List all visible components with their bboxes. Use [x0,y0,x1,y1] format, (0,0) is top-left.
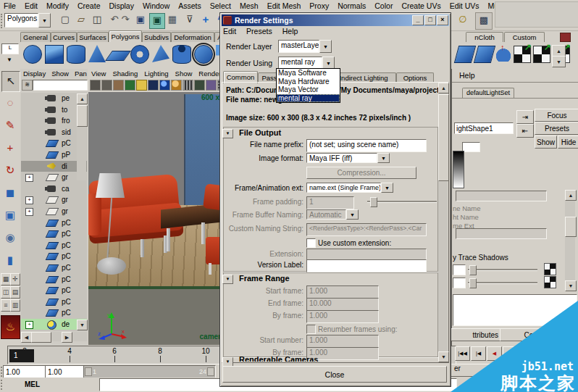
scroll-down-icon[interactable]: ▼ [565,280,577,291]
shelf-tab-ncloth[interactable]: nCloth [466,32,503,42]
snap-to-grid-icon[interactable]: ⊽ [183,13,197,28]
sculpt-icon[interactable] [495,46,511,62]
shadow-slider[interactable] [468,269,537,270]
image-format-selector[interactable]: Maya IFF (iff) [306,153,390,163]
ae-help-menu[interactable]: Help [459,71,475,80]
menu-item[interactable]: Edit UVs [450,1,479,10]
open-scene-icon[interactable]: ▱ [74,13,88,28]
texture-toggle-icon[interactable] [194,80,205,91]
render-settings-tab[interactable]: Options [396,72,434,83]
outliner-search-input[interactable] [33,80,88,91]
universal-manip-tool-icon[interactable]: ▣ [1,206,19,225]
dialog-menu-item[interactable]: Help [282,27,298,36]
couch-armrest[interactable] [88,193,101,235]
poly-pyramid-icon[interactable] [152,45,169,62]
select-node-icon[interactable]: ⇥ [516,110,534,124]
shelf-tab[interactable]: Deformation [171,32,214,42]
save-scene-icon[interactable]: ◫ [90,13,104,28]
ae-tab-defaultlightset[interactable]: defaultLightSet [462,88,514,98]
scroll-thumb[interactable] [565,217,577,237]
playback-button[interactable]: |◀◀ [455,346,470,361]
lasso-tool-icon[interactable]: ◌ [1,93,19,113]
file-output-header[interactable]: File Output [239,128,281,137]
menu-item[interactable]: Mesh [240,1,259,10]
collapse-icon[interactable] [222,129,233,138]
menu-item[interactable]: Edit Mesh [267,1,301,10]
layout-four-view-icon[interactable]: ✛ [10,273,20,285]
poly-cube-icon[interactable] [45,45,64,64]
viewport-canvas[interactable]: 600 x camer y x z [88,92,224,345]
outliner-item[interactable]: pC [21,285,87,296]
layout-single-icon[interactable]: ▦ [1,273,11,285]
outliner-item[interactable]: pC [21,262,87,274]
shelf-scroll-down-icon[interactable]: ▼ [552,56,566,67]
rotate-tool-icon[interactable]: ↻ [1,161,19,180]
range-slider[interactable]: 1 24 [83,365,216,378]
wireframe-shade-icon[interactable] [148,80,159,91]
slider-thumb[interactable] [469,265,477,275]
menu-item[interactable]: Window [143,1,169,10]
outliner-item[interactable]: pC [21,240,87,251]
poly-cylinder-icon[interactable] [67,45,85,64]
outliner-vscrollbar[interactable]: ▲ [77,93,86,180]
mel-label[interactable]: MEL [25,380,40,388]
scroll-thumb[interactable] [31,332,51,343]
renderer-option[interactable]: mental ray [277,94,340,103]
scroll-thumb[interactable] [77,105,88,127]
dialog-menu-item[interactable]: Edit [223,27,236,36]
soft-mod-tool-icon[interactable]: ◉ [1,228,19,248]
camera-select-icon[interactable] [101,80,112,91]
ae-vscrollbar[interactable]: ▲ ▼ [565,190,575,290]
render-layer-selector[interactable]: masterLayer [278,40,332,53]
last-tool-icon[interactable]: ▮ [1,251,19,270]
lamp-shade[interactable] [96,173,125,198]
viewport-menu-item[interactable]: Shading [112,70,138,78]
outliner-item[interactable]: pC [21,251,87,262]
maximize-icon[interactable]: □ [424,15,436,25]
shelf-selector-arrow-icon[interactable]: ▼ [1,55,17,65]
shelf-tab[interactable]: Curves [51,32,77,42]
menu-item[interactable]: Create [78,1,101,10]
toolbar-grip[interactable] [1,14,2,28]
move-tool-icon[interactable]: + [1,138,19,158]
menu-item[interactable]: Create UVs [401,1,440,10]
textured-shade-icon[interactable] [171,80,182,91]
hypershade-icon[interactable]: ▩ [475,12,493,30]
use-custom-extension-checkbox[interactable] [306,238,316,248]
compression-button[interactable]: Compression... [306,167,416,179]
shelf-tab[interactable]: General [20,32,51,42]
shelf-menu-icon[interactable] [560,33,571,42]
poly-pipe-icon[interactable] [172,45,191,64]
scroll-right-icon[interactable]: ▶ [62,332,72,343]
copy-node-icon[interactable]: ⇤ [516,124,534,138]
layout-split-icon[interactable]: ▤ [10,286,20,299]
outliner-item[interactable]: pC [21,217,87,229]
menu-item[interactable]: Display [109,1,133,10]
new-scene-icon[interactable]: ▢ [58,13,72,28]
outliner-item[interactable]: gr [21,194,87,206]
range-handle-right[interactable] [207,367,214,376]
frame-tick[interactable]: 10 [195,347,217,355]
toolbar-grip[interactable] [1,367,2,377]
chevron-down-icon[interactable] [381,183,393,193]
paint-icon[interactable] [113,80,124,91]
smooth-shade-icon[interactable] [159,80,170,91]
outliner-filter-icon[interactable]: ≋ [22,80,33,91]
renderer-option[interactable]: Maya Software [277,69,340,78]
outliner-menu-item[interactable]: Display [23,70,46,78]
outliner-item[interactable]: pC [21,228,87,240]
color-swatch[interactable] [462,142,480,152]
menu-item[interactable]: Proxy [309,1,329,10]
collapse-icon[interactable] [222,275,233,284]
chevron-down-icon[interactable] [319,40,332,53]
lamp-base[interactable] [97,257,126,275]
expand-icon[interactable] [25,174,33,182]
set-dropdown-icon[interactable]: ▼ [77,320,88,330]
mesh-icon-2[interactable] [474,46,495,63]
plain-shade-icon[interactable] [136,80,147,91]
dialog-menu-item[interactable]: Presets [246,27,272,36]
playback-button[interactable]: |◀ [471,346,486,361]
scroll-down-icon[interactable]: ▼ [438,351,449,362]
renumber-frames-checkbox[interactable] [306,325,316,334]
scroll-up-icon[interactable]: ▲ [565,190,577,201]
